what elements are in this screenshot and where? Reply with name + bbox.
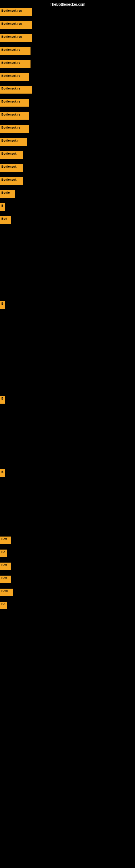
badge-16[interactable]: B [0,203,5,211]
badge-7[interactable]: Bottleneck re [0,86,32,94]
badge-23[interactable]: Bott [0,563,11,570]
badge-4[interactable]: Bottleneck re [0,47,31,55]
badge-26[interactable]: Bo [0,601,7,609]
badge-18[interactable]: B [0,301,5,309]
badge-21[interactable]: Bott [0,536,11,544]
badge-11[interactable]: Bottleneck r [0,138,27,146]
badge-25[interactable]: Bottl [0,589,13,596]
badge-24[interactable]: Bott [0,576,11,583]
badge-22[interactable]: Bo [0,550,7,557]
badge-20[interactable]: B [0,469,5,477]
badge-8[interactable]: Bottleneck re [0,99,29,106]
badge-10[interactable]: Bottleneck re [0,125,29,133]
site-title: TheBottlenecker.com [50,2,85,6]
badge-13[interactable]: Bottleneck [0,164,23,172]
badge-19[interactable]: B [0,396,5,404]
badge-15[interactable]: Bottle [0,190,15,198]
badge-12[interactable]: Bottleneck [0,151,23,159]
badge-3[interactable]: Bottleneck res [0,34,32,42]
badge-2[interactable]: Bottleneck res [0,21,32,29]
badge-1[interactable]: Bottleneck res [0,8,32,16]
badge-6[interactable]: Bottleneck re [0,73,29,81]
badge-9[interactable]: Bottleneck re [0,112,29,120]
badge-5[interactable]: Bottleneck re [0,60,31,68]
badge-14[interactable]: Bottleneck [0,177,23,185]
badge-17[interactable]: Bott [0,216,11,224]
